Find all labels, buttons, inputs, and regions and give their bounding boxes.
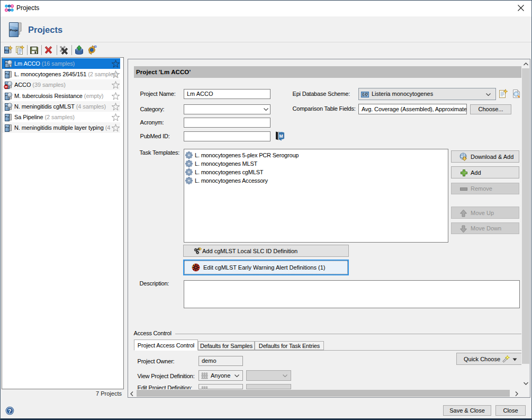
svg-text:ID: ID <box>94 45 97 48</box>
svg-text:Proje: Proje <box>10 29 19 32</box>
svg-text:?: ? <box>8 408 11 414</box>
svg-text:Proj: Proj <box>5 49 9 52</box>
svg-text:M: M <box>279 133 283 139</box>
